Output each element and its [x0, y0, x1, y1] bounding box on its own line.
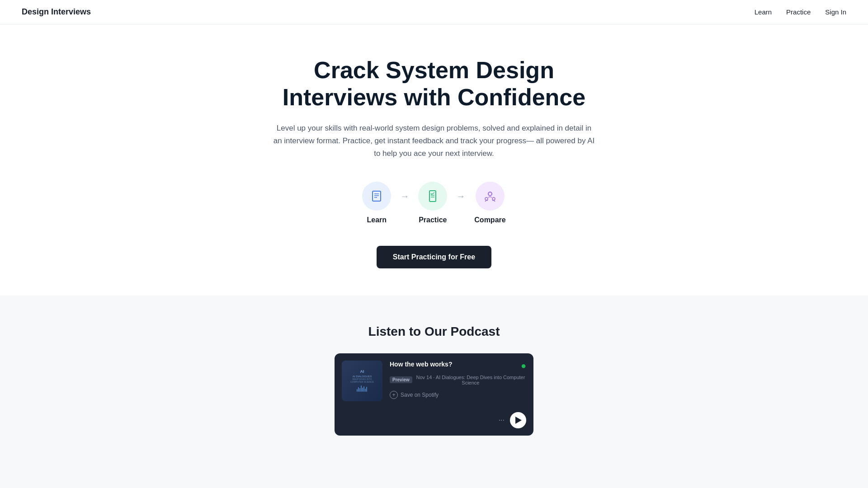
- arrow-2: →: [456, 191, 465, 214]
- nav-practice[interactable]: Practice: [786, 8, 811, 16]
- podcast-section-title: Listen to Our Podcast: [22, 324, 846, 339]
- save-text: Save on Spotify: [401, 392, 439, 398]
- podcast-card: AI AI DIALOGUES DEEP DIVES INTOCOMPUTER …: [335, 353, 533, 436]
- podcast-episode-title: How the web works?: [390, 361, 452, 368]
- hero-section: Crack System Design Interviews with Conf…: [0, 24, 868, 296]
- svg-point-9: [492, 197, 495, 200]
- podcast-meta-text: Nov 14 · AI Dialogues: Deep Dives into C…: [415, 375, 526, 385]
- step-learn: Learn: [362, 182, 391, 224]
- podcast-section: Listen to Our Podcast AI AI DIALOGUES DE…: [0, 296, 868, 465]
- podcast-controls: ···: [335, 408, 533, 436]
- podcast-top: AI AI DIALOGUES DEEP DIVES INTOCOMPUTER …: [335, 353, 533, 408]
- step-compare-label: Compare: [474, 216, 505, 224]
- svg-rect-0: [373, 191, 381, 201]
- arrow-1: →: [400, 191, 409, 214]
- play-button[interactable]: [510, 412, 526, 428]
- hero-subtitle: Level up your skills with real-world sys…: [271, 122, 597, 160]
- podcast-save[interactable]: + Save on Spotify: [390, 391, 526, 399]
- steps-row: Learn → Practice →: [22, 182, 846, 224]
- svg-point-7: [488, 192, 492, 196]
- plus-icon: +: [390, 391, 398, 399]
- hero-title: Crack System Design Interviews with Conf…: [258, 57, 610, 111]
- preview-badge: Preview: [390, 376, 412, 383]
- step-learn-icon: [362, 182, 391, 211]
- more-options-button[interactable]: ···: [499, 416, 505, 424]
- logo: Design Interviews: [22, 7, 91, 17]
- nav-signin[interactable]: Sign In: [825, 8, 846, 16]
- step-learn-label: Learn: [367, 216, 387, 224]
- svg-rect-4: [429, 191, 436, 202]
- nav: Learn Practice Sign In: [755, 8, 846, 16]
- reviews-section: What Our Users Say ★★★★★ "Design Intervi…: [0, 465, 868, 488]
- nav-learn[interactable]: Learn: [755, 8, 772, 16]
- spotify-top: How the web works? ●: [390, 361, 526, 371]
- step-practice: Practice: [418, 182, 447, 224]
- spotify-icon: ●: [521, 361, 526, 371]
- cta-button[interactable]: Start Practicing for Free: [377, 246, 491, 268]
- step-practice-icon: [418, 182, 447, 211]
- svg-point-8: [485, 197, 488, 200]
- step-compare-icon: [476, 182, 505, 211]
- podcast-thumbnail: AI AI DIALOGUES DEEP DIVES INTOCOMPUTER …: [342, 361, 382, 401]
- podcast-meta: Preview Nov 14 · AI Dialogues: Deep Dive…: [390, 375, 526, 385]
- podcast-info: How the web works? ● Preview Nov 14 · AI…: [390, 361, 526, 401]
- step-practice-label: Practice: [419, 216, 447, 224]
- header: Design Interviews Learn Practice Sign In: [0, 0, 868, 24]
- step-compare: Compare: [474, 182, 505, 224]
- play-icon: [515, 417, 522, 424]
